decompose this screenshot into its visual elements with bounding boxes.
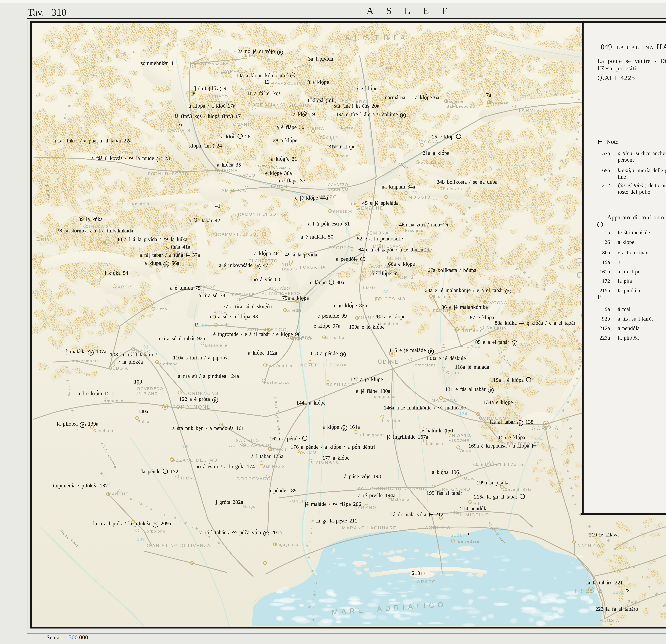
svg-text:PRATO: PRATO [212,94,228,99]
svg-text:20: 20 [412,190,418,195]
svg-text:LAUCO: LAUCO [271,184,288,189]
svg-text:212a: 212a [451,533,462,538]
svg-text:OSOPPO: OSOPPO [328,245,351,250]
svg-text:SGONICO: SGONICO [577,544,600,548]
svg-text:Pesáriis: Pesáriis [132,202,149,206]
svg-text:Belvedere: Belvedere [458,539,479,543]
svg-text:Raccolana: Raccolana [418,160,440,164]
svg-text:Mezzomonte: Mezzomonte [72,359,99,363]
svg-text:Ialmicco: Ialmicco [426,442,443,446]
svg-text:134: 134 [459,411,468,416]
svg-text:TRAMONTI DI SOTTO: TRAMONTI DI SOTTO [215,232,266,236]
svg-text:PORDENONE: PORDENONE [172,404,211,410]
svg-text:Tesis: Tesis [219,323,230,327]
svg-text:AQUILEIA: AQUILEIA [425,525,451,530]
svg-text:FORNI AVOLTRI: FORNI AVOLTRI [190,61,231,66]
svg-text:Lavariano: Lavariano [382,418,403,423]
svg-text:COMEGLIANS: COMEGLIANS [248,103,284,107]
svg-text:SAN STINO DI LIVENZA: SAN STINO DI LIVENZA [148,543,211,548]
svg-text:AMPEZZO: AMPEZZO [222,188,247,193]
svg-text:19b: 19b [327,137,335,142]
svg-text:VARMO: VARMO [299,450,316,454]
svg-text:Cave di Selz: Cave di Selz [505,487,531,491]
svg-text:SAURIS: SAURIS [171,128,191,133]
svg-text:NIMIS: NIMIS [398,275,414,280]
svg-text:San Odorico: San Odorico [266,363,293,368]
svg-text:FORNI DI SOTTO: FORNI DI SOTTO [148,172,189,176]
svg-text:Laglesie: Laglesie [446,99,464,104]
svg-text:ERTO: ERTO [38,237,51,242]
svg-text:RAVEO: RAVEO [239,173,256,178]
svg-text:223a: 223a [613,590,624,595]
svg-text:VITO: VITO [282,262,293,266]
svg-text:ARTA: ARTA [312,126,325,131]
svg-text:Ludária: Ludária [216,71,232,75]
svg-text:PINZANO: PINZANO [268,286,291,291]
svg-text:CORDENONS: CORDENONS [184,391,219,396]
svg-text:BASILIANO: BASILIANO [326,382,355,387]
svg-text:San Páolo: San Páolo [262,464,284,468]
svg-text:Interneppo: Interneppo [330,209,353,213]
svg-text:OVARO: OVARO [233,122,252,127]
svg-text:ÚDINE: ÚDINE [378,359,399,365]
svg-text:San Martino del Carso: San Martino del Carso [475,462,523,467]
svg-text:TORREANO: TORREANO [454,328,484,333]
svg-text:Gorgo: Gorgo [243,504,256,508]
svg-text:Sedrano: Sedrano [160,362,178,366]
svg-text:Mels: Mels [366,286,376,290]
svg-text:Stolvizza: Stolvizza [443,186,462,191]
svg-text:VISCONE: VISCONE [449,439,470,443]
svg-text:Flumignano: Flumignano [360,433,385,437]
svg-text:Corbolone: Corbolone [143,529,165,533]
svg-text:SAN GIORGIO DI NOGARO: SAN GIORGIO DI NOGARO [357,486,427,491]
svg-text:Postoncicco: Postoncicco [264,380,290,384]
svg-text:Straccis: Straccis [270,447,287,451]
svg-text:TARVISIO: TARVISIO [518,108,547,113]
svg-text:CORDOVADO: CORDOVADO [236,476,271,481]
svg-text:Ceresetto: Ceresetto [324,336,345,340]
svg-text:8: 8 [524,104,527,109]
svg-text:MARANO LAGUNARE: MARANO LAGUNARE [342,525,397,530]
svg-text:MANZANO: MANZANO [432,398,458,402]
svg-text:MANSUE': MANSUE' [108,492,130,496]
svg-text:San Leopoldo: San Leopoldo [446,104,475,108]
svg-text:83: 83 [383,289,389,294]
svg-text:Grizzo: Grizzo [153,307,167,311]
svg-text:Racchiuso: Racchiuso [432,294,454,299]
svg-text:Illégio: Illégio [336,154,349,158]
svg-text:Ugovizza: Ugovizza [489,100,509,105]
svg-text:GEMONA: GEMONA [366,231,389,235]
svg-text:AZZANO DÉCIMO: AZZANO DÉCIMO [172,458,218,463]
svg-text:MERETO DI TOMBA: MERETO DI TOMBA [300,363,347,368]
svg-text:CARNICO: CARNICO [328,187,348,192]
svg-text:GRADO: GRADO [417,579,436,584]
svg-text:Palse: Palse [138,419,150,424]
svg-text:Timau: Timau [380,65,392,70]
svg-text:RUDA: RUDA [460,476,474,481]
svg-text:BUDOIA: BUDOIA [109,366,128,371]
svg-text:TRICESIMO: TRICESIMO [375,297,406,301]
svg-text:159: 159 [180,444,189,449]
svg-text:IN PIANO: IN PIANO [137,391,158,396]
svg-text:Pradielis: Pradielis [405,228,423,233]
svg-text:TRAMONTI DI SOPRA: TRAMONTI DI SOPRA [235,212,286,217]
svg-text:FANNA: FANNA [200,284,216,289]
svg-text:SEQUALS: SEQUALS [232,292,255,297]
svg-text:Cerneglóns: Cerneglóns [411,363,436,367]
svg-text:PREONE: PREONE [217,168,238,173]
svg-text:Vigonovo: Vigonovo [104,399,124,403]
svg-text:Orsária: Orsária [446,370,462,375]
svg-text:CAVAZZO: CAVAZZO [328,183,348,187]
svg-text:MOGGIO: MOGGIO [408,195,431,199]
svg-text:FIUMICELLO: FIUMICELLO [456,512,489,517]
svg-text:BARCIS: BARCIS [115,285,133,289]
svg-text:Lumignacco: Lumignacco [371,394,397,399]
svg-text:91: 91 [143,344,149,350]
svg-text:Lovea: Lovea [341,125,353,129]
svg-text:Cavolano: Cavolano [93,428,113,433]
svg-text:MUGGIA: MUGGIA [599,618,619,623]
svg-text:ROVEREDO: ROVEREDO [137,387,163,391]
svg-text:186: 186 [487,460,494,465]
svg-text:D'ASIO: D'ASIO [282,267,297,271]
svg-text:CHIONS: CHIONS [177,476,197,480]
